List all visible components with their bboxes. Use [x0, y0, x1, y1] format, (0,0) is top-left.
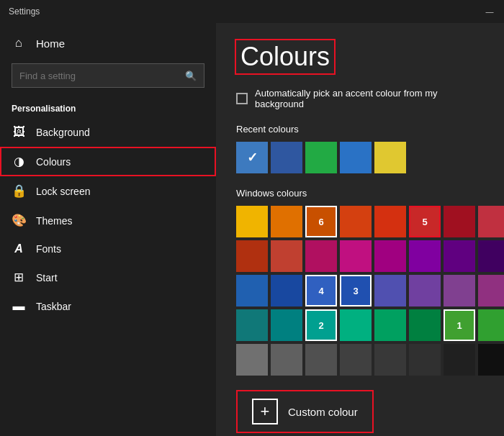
windows-colour-3[interactable] — [340, 206, 372, 237]
windows-colour-29[interactable] — [409, 309, 441, 341]
windows-colour-17[interactable] — [271, 275, 302, 306]
auto-pick-checkbox[interactable] — [236, 93, 248, 104]
windows-colour-27[interactable] — [340, 309, 372, 341]
sidebar-item-label-start: Start — [36, 272, 58, 283]
windows-colour-15[interactable] — [478, 240, 504, 272]
windows-colour-38[interactable] — [444, 344, 475, 376]
sidebar: Home 🔍 Personalisation 🖼 Background ◑ Co… — [0, 23, 216, 436]
windows-colour-33[interactable] — [271, 344, 302, 376]
windows-colour-22[interactable] — [444, 275, 475, 306]
windows-colour-39[interactable] — [478, 344, 504, 376]
windows-colour-14[interactable] — [444, 240, 475, 272]
windows-colour-13[interactable] — [409, 240, 441, 272]
swatch-number-5: 5 — [422, 217, 427, 227]
windows-colour-24[interactable] — [236, 309, 268, 341]
swatch-number-1: 1 — [456, 320, 462, 331]
sidebar-section-label: Personalisation — [0, 94, 216, 118]
windows-colour-0[interactable] — [236, 206, 268, 237]
sidebar-search[interactable]: 🔍 — [12, 63, 204, 88]
sidebar-item-label-taskbar: Taskbar — [36, 301, 71, 312]
windows-colour-35[interactable] — [340, 344, 372, 376]
recent-colour-3[interactable] — [305, 142, 337, 173]
start-icon: ⊞ — [12, 270, 26, 285]
page-title: Colours — [236, 40, 334, 73]
auto-pick-label: Automatically pick an accent colour from… — [255, 88, 484, 109]
sidebar-item-background[interactable]: 🖼 Background — [0, 118, 216, 147]
windows-colour-6[interactable] — [444, 206, 475, 237]
windows-colour-16[interactable] — [236, 275, 268, 306]
sidebar-item-colours[interactable]: ◑ Colours — [0, 147, 216, 176]
custom-colour-label: Custom colour — [288, 406, 358, 418]
colours-icon: ◑ — [12, 154, 26, 169]
lockscreen-icon: 🔒 — [12, 183, 26, 199]
windows-colour-32[interactable] — [236, 344, 268, 376]
taskbar-icon: ▬ — [12, 299, 26, 314]
sidebar-home-label: Home — [36, 37, 65, 50]
sidebar-item-taskbar[interactable]: ▬ Taskbar — [0, 292, 216, 321]
sidebar-item-lockscreen[interactable]: 🔒 Lock screen — [0, 176, 216, 206]
recent-colour-1[interactable] — [236, 142, 268, 173]
search-icon: 🔍 — [185, 71, 197, 81]
windows-colours-grid: 654321 — [236, 206, 484, 376]
windows-colour-30[interactable]: 1 — [444, 309, 475, 341]
windows-colour-4[interactable] — [374, 206, 406, 237]
sidebar-home[interactable]: Home — [0, 29, 216, 58]
themes-icon: 🎨 — [12, 213, 26, 228]
windows-colour-34[interactable] — [305, 344, 337, 376]
swatch-number-4: 4 — [318, 286, 323, 296]
window-controls: — — [484, 6, 495, 17]
title-bar: Settings — — [0, 0, 504, 23]
windows-colour-36[interactable] — [374, 344, 406, 376]
windows-colour-20[interactable] — [374, 275, 406, 306]
content-area: Colours Automatically pick an accent col… — [216, 23, 504, 436]
search-input[interactable] — [19, 71, 179, 81]
windows-colour-23[interactable] — [478, 275, 504, 306]
main-layout: Home 🔍 Personalisation 🖼 Background ◑ Co… — [0, 23, 504, 436]
sidebar-item-label-fonts: Fonts — [36, 243, 61, 255]
windows-colour-8[interactable] — [236, 240, 268, 272]
window-title: Settings — [9, 6, 40, 17]
windows-colour-9[interactable] — [271, 240, 302, 272]
sidebar-item-label-colours: Colours — [36, 156, 71, 168]
windows-colour-11[interactable] — [340, 240, 372, 272]
windows-colour-25[interactable] — [271, 309, 302, 341]
windows-colour-37[interactable] — [409, 344, 441, 376]
home-icon — [12, 36, 26, 50]
windows-colour-18[interactable]: 4 — [305, 275, 337, 306]
recent-colour-2[interactable] — [271, 142, 302, 173]
windows-colour-10[interactable] — [305, 240, 337, 272]
fonts-icon: A — [12, 242, 26, 255]
windows-colour-2[interactable]: 6 — [305, 206, 337, 237]
swatch-number-3: 3 — [353, 286, 358, 296]
swatch-number-2: 2 — [318, 320, 323, 331]
sidebar-item-start[interactable]: ⊞ Start — [0, 263, 216, 292]
recent-colour-4[interactable] — [340, 142, 372, 173]
sidebar-item-label-themes: Themes — [36, 215, 73, 227]
custom-colour-plus-icon: + — [252, 399, 278, 424]
sidebar-item-label-background: Background — [36, 127, 90, 138]
windows-colour-12[interactable] — [374, 240, 406, 272]
swatch-number-6: 6 — [318, 217, 323, 227]
windows-colour-28[interactable] — [374, 309, 406, 341]
windows-colour-5[interactable]: 5 — [409, 206, 441, 237]
windows-colour-26[interactable]: 2 — [305, 309, 337, 341]
auto-pick-row: Automatically pick an accent colour from… — [236, 88, 484, 109]
recent-colours-label: Recent colours — [236, 124, 484, 135]
background-icon: 🖼 — [12, 125, 26, 140]
windows-colour-31[interactable] — [478, 309, 504, 341]
sidebar-item-themes[interactable]: 🎨 Themes — [0, 206, 216, 235]
sidebar-item-label-lockscreen: Lock screen — [36, 186, 90, 197]
recent-colour-5[interactable] — [374, 142, 406, 173]
windows-colour-1[interactable] — [271, 206, 302, 237]
windows-colours-label: Windows colours — [236, 188, 484, 199]
windows-colour-7[interactable] — [478, 206, 504, 237]
recent-colours-row — [236, 142, 484, 173]
minimize-button[interactable]: — — [484, 6, 495, 17]
windows-colour-19[interactable]: 3 — [340, 275, 372, 306]
custom-colour-button[interactable]: + Custom colour — [236, 390, 374, 433]
windows-colour-21[interactable] — [409, 275, 441, 306]
sidebar-item-fonts[interactable]: A Fonts — [0, 235, 216, 263]
